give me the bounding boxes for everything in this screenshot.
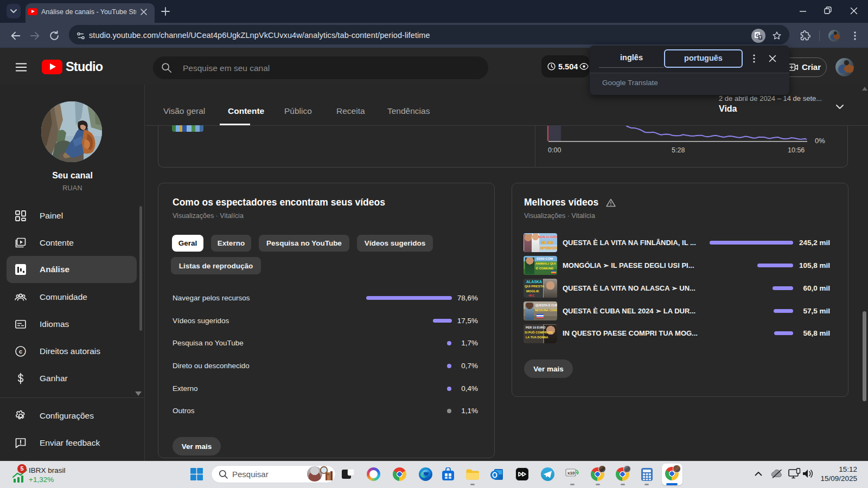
svg-text:c: c bbox=[19, 348, 22, 355]
svg-text:x10: x10 bbox=[567, 471, 575, 476]
